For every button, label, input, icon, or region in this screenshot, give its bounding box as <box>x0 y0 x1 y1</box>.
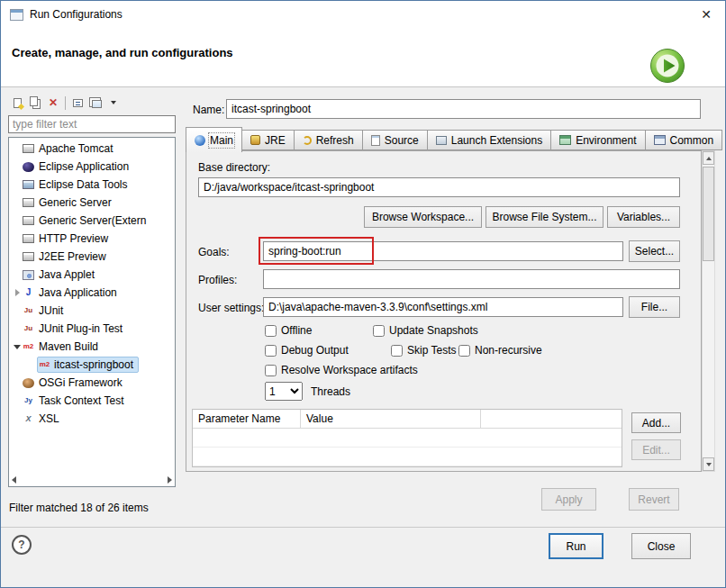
resolve-workspace-checkbox-input[interactable] <box>265 365 277 376</box>
task-context-icon: Jy <box>23 395 34 407</box>
column-header-parameter-name[interactable]: Parameter Name <box>193 410 301 428</box>
tab-jre[interactable]: JRE <box>242 130 295 150</box>
resolve-workspace-checkbox[interactable]: Resolve Workspace artifacts <box>265 363 418 377</box>
tree-item-java-application[interactable]: J Java Application <box>9 284 175 302</box>
scrollbar-thumb[interactable] <box>703 167 714 261</box>
checkbox-label: Update Snapshots <box>389 324 478 337</box>
tree-item-itcast-springboot-selected[interactable]: m2 itcast-springboot <box>9 356 175 374</box>
name-input[interactable] <box>226 99 701 119</box>
tree-item-apache-tomcat[interactable]: Apache Tomcat <box>9 140 175 158</box>
non-recursive-checkbox[interactable]: Non-recursive <box>458 343 542 357</box>
tree-item-label: Generic Server <box>39 196 112 209</box>
profiles-input[interactable] <box>263 269 680 289</box>
select-button[interactable]: Select... <box>629 240 680 262</box>
filter-launch-button[interactable] <box>86 94 104 112</box>
column-header-value[interactable]: Value <box>301 410 481 428</box>
tree-item-http-preview[interactable]: HTTP Preview <box>9 230 175 248</box>
skip-tests-checkbox-input[interactable] <box>391 345 403 357</box>
chevron-down-icon <box>111 101 116 104</box>
tree-item-j2ee-preview[interactable]: J2EE Preview <box>9 248 175 266</box>
update-snapshots-checkbox-input[interactable] <box>373 325 385 337</box>
chevron-down-icon <box>14 345 21 349</box>
tree-item-xsl[interactable]: X XSL <box>9 410 175 428</box>
goals-input[interactable] <box>263 241 623 261</box>
tab-common[interactable]: Common <box>646 130 723 150</box>
expander-spacer <box>12 197 23 208</box>
add-button[interactable]: Add... <box>631 412 681 433</box>
delete-config-button[interactable]: ✕ <box>44 94 62 112</box>
update-snapshots-checkbox[interactable]: Update Snapshots <box>373 323 478 338</box>
tree-item-generic-server[interactable]: Generic Server <box>9 194 175 212</box>
expander-spacer <box>12 215 23 226</box>
server-icon <box>23 216 34 225</box>
threads-select[interactable]: 1 <box>265 382 303 401</box>
tree-item-java-applet[interactable]: Java Applet <box>9 266 175 284</box>
tree-item-generic-server-external[interactable]: Generic Server(Extern <box>9 212 175 230</box>
help-icon: ? <box>18 538 24 551</box>
close-button[interactable]: Close <box>631 533 691 559</box>
variables-button[interactable]: Variables... <box>607 206 680 228</box>
junit-icon: Ju <box>23 305 34 317</box>
tree-item-osgi-framework[interactable]: OSGi Framework <box>9 374 175 392</box>
expander-spacer <box>12 179 23 190</box>
tab-label: Common <box>670 134 714 147</box>
chevron-right-icon <box>15 289 20 296</box>
tab-environment[interactable]: Environment <box>551 130 645 150</box>
scrollbar-up-button[interactable] <box>703 151 714 165</box>
expander-spacer <box>12 305 23 316</box>
environment-tab-icon <box>559 135 571 145</box>
skip-tests-checkbox[interactable]: Skip Tests <box>391 343 456 357</box>
filter-status: Filter matched 18 of 26 items <box>9 502 149 514</box>
collapsed-expander-icon[interactable] <box>12 287 23 298</box>
scrollbar-down-button[interactable] <box>703 457 714 471</box>
tab-main[interactable]: Main <box>186 127 242 152</box>
expander-spacer <box>12 161 23 172</box>
non-recursive-checkbox-input[interactable] <box>458 345 470 357</box>
browse-workspace-button[interactable]: Browse Workspace... <box>364 206 482 228</box>
file-button[interactable]: File... <box>629 296 680 318</box>
tree-item-junit[interactable]: Ju JUnit <box>9 302 175 320</box>
tree-item-junit-plugin-test[interactable]: Ju JUnit Plug-in Test <box>9 320 175 338</box>
tab-refresh[interactable]: Refresh <box>295 130 363 150</box>
tab-bar: Main JRE Refresh Source Launch Extension… <box>186 127 722 151</box>
vertical-scrollbar[interactable] <box>702 150 715 472</box>
collapse-all-button[interactable] <box>68 94 86 112</box>
new-config-button[interactable] <box>8 94 26 112</box>
browse-file-system-button[interactable]: Browse File System... <box>486 206 603 228</box>
user-settings-label: User settings: <box>198 302 264 314</box>
close-icon[interactable]: ✕ <box>693 1 720 28</box>
tree-item-eclipse-application[interactable]: Eclipse Application <box>9 158 175 176</box>
scroll-left-icon[interactable] <box>12 476 16 484</box>
tree-item-label: OSGi Framework <box>39 376 123 389</box>
tree-item-label: Maven Build <box>39 340 98 353</box>
tab-source[interactable]: Source <box>363 130 428 150</box>
user-settings-input[interactable] <box>263 297 623 317</box>
tree-item-task-context-test[interactable]: Jy Task Context Test <box>9 392 175 410</box>
filter-input[interactable] <box>8 115 176 133</box>
offline-checkbox[interactable]: Offline <box>265 323 312 338</box>
offline-checkbox-input[interactable] <box>265 325 277 337</box>
edit-button[interactable]: Edit... <box>631 439 681 460</box>
osgi-icon <box>23 378 34 388</box>
debug-output-checkbox[interactable]: Debug Output <box>265 343 349 357</box>
tab-launch-extensions[interactable]: Launch Extensions <box>428 130 551 150</box>
duplicate-config-button[interactable] <box>26 94 44 112</box>
table-row-empty[interactable] <box>193 448 622 466</box>
revert-button[interactable]: Revert <box>629 488 679 511</box>
xsl-icon: X <box>23 413 34 425</box>
scroll-right-icon[interactable] <box>168 476 172 484</box>
expanded-expander-icon[interactable] <box>12 341 23 352</box>
base-directory-input[interactable] <box>198 177 680 197</box>
table-row-empty[interactable] <box>193 429 622 448</box>
help-button[interactable]: ? <box>12 535 32 555</box>
debug-output-checkbox-input[interactable] <box>265 345 277 357</box>
tree-item-eclipse-data-tools[interactable]: Eclipse Data Tools <box>9 176 175 194</box>
parameter-table: Parameter Name Value <box>192 409 622 467</box>
checkbox-label: Non-recursive <box>475 344 542 357</box>
tree-item-maven-build[interactable]: m2 Maven Build <box>9 338 175 356</box>
apply-button[interactable]: Apply <box>541 488 596 511</box>
view-menu-button[interactable] <box>104 94 123 112</box>
run-button[interactable]: Run <box>549 533 603 559</box>
tab-label: Environment <box>576 134 636 147</box>
source-tab-icon <box>371 135 380 146</box>
